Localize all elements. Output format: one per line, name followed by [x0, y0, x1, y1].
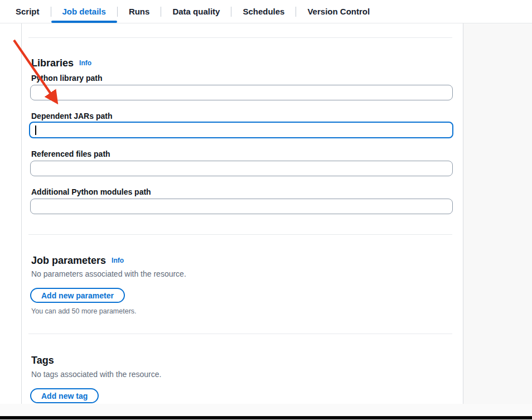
additional-python-modules-path-input[interactable]: [30, 199, 453, 214]
job-parameters-section-title: Job parametersInfo: [31, 254, 124, 267]
tags-empty-text: No tags associated with the resource.: [31, 369, 161, 379]
tab-schedules[interactable]: Schedules: [231, 0, 296, 23]
glue-job-details-screen: Script Job details Runs Data quality Sch…: [0, 0, 532, 420]
window-bottom-edge: [0, 416, 532, 419]
dependent-jars-path-label: Dependent JARs path: [31, 111, 112, 121]
dependent-jars-path-input[interactable]: [29, 122, 453, 138]
tags-section-title: Tags: [31, 354, 54, 366]
section-divider: [28, 334, 452, 334]
section-divider: [28, 234, 452, 235]
libraries-title-text: Libraries: [31, 57, 74, 69]
bottom-strip: [0, 404, 532, 417]
python-library-path-label: Python library path: [31, 73, 103, 83]
tab-script[interactable]: Script: [16, 0, 51, 23]
add-new-parameter-button[interactable]: Add new parameter: [30, 288, 125, 303]
tab-data-quality[interactable]: Data quality: [161, 0, 231, 23]
add-new-tag-button[interactable]: Add new tag: [30, 388, 99, 403]
job-tab-bar: Script Job details Runs Data quality Sch…: [0, 0, 532, 23]
referenced-files-path-input[interactable]: [30, 161, 453, 176]
tab-job-details[interactable]: Job details: [51, 0, 117, 23]
job-parameters-empty-text: No parameters associated with the resour…: [31, 269, 186, 279]
tab-runs[interactable]: Runs: [118, 0, 161, 23]
job-parameters-title-text: Job parameters: [31, 255, 106, 266]
parameters-limit-text: You can add 50 more parameters.: [31, 306, 137, 316]
libraries-section-title: LibrariesInfo: [31, 57, 91, 69]
text-cursor: [35, 125, 36, 135]
tab-version-control[interactable]: Version Control: [296, 0, 381, 23]
tags-title-text: Tags: [31, 355, 54, 366]
job-parameters-info-link[interactable]: Info: [112, 257, 124, 264]
libraries-info-link[interactable]: Info: [79, 59, 91, 67]
referenced-files-path-label: Referenced files path: [31, 149, 110, 159]
additional-python-modules-path-label: Additional Python modules path: [31, 187, 151, 197]
python-library-path-input[interactable]: [30, 85, 453, 100]
section-divider: [28, 37, 452, 38]
right-gutter: [463, 23, 532, 404]
job-details-panel: LibrariesInfo Python library path Depend…: [21, 23, 463, 404]
